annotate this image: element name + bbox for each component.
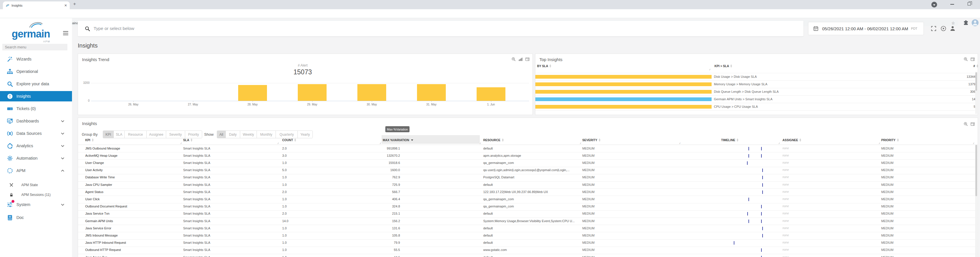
column-header-priority[interactable]: PRIORITY: [881, 137, 899, 143]
timeline-event-tick[interactable]: [747, 212, 748, 215]
top-insight-label[interactable]: Disk Usage > Disk Usage SLA: [714, 75, 757, 78]
column-header-kpi-sla[interactable]: KPI > SLA: [714, 64, 732, 68]
timeline-event-tick[interactable]: [748, 154, 749, 158]
sidebar-item-wizards[interactable]: Wizards: [0, 54, 72, 64]
top-insight-bar[interactable]: [535, 97, 711, 101]
column-resize-handle[interactable]: //: [278, 142, 278, 145]
browser-profile-avatar[interactable]: [972, 19, 978, 26]
group-by-kpi[interactable]: KPI: [103, 131, 114, 138]
trend-bar-30-May[interactable]: [357, 84, 386, 101]
trend-bar-29-May[interactable]: [298, 84, 326, 101]
extensions-puzzle-icon[interactable]: [963, 20, 969, 26]
group-by-assignee[interactable]: Assignee: [146, 131, 166, 138]
column-header-kpi[interactable]: KPI: [85, 137, 94, 143]
show-weekly[interactable]: Weekly: [240, 131, 257, 138]
user-icon[interactable]: [950, 26, 956, 31]
column-resize-handle[interactable]: //: [679, 142, 680, 145]
show-monthly[interactable]: Monthly: [257, 131, 276, 138]
window-minimize-button[interactable]: [950, 4, 954, 5]
column-resize-handle[interactable]: //: [709, 68, 710, 71]
top-insight-bar[interactable]: [535, 75, 711, 79]
column-header-assignee[interactable]: ASSIGNEE: [783, 137, 801, 143]
sidebar-item-tickets-0[interactable]: Tickets (0): [0, 104, 72, 114]
zoom-in-icon[interactable]: [964, 122, 968, 126]
column-resize-handle[interactable]: //: [973, 142, 974, 145]
top-insights-scrollbar[interactable]: [975, 72, 977, 114]
sidebar-item-operational[interactable]: Operational: [0, 66, 72, 77]
bookmark-star-icon[interactable]: ☆: [951, 21, 955, 26]
timeline-event-tick[interactable]: [761, 220, 762, 223]
trend-bar-31-May[interactable]: [417, 84, 446, 101]
column-header-max-variation[interactable]: MAX %VARIATION: [383, 137, 413, 143]
timeline-event-tick[interactable]: [761, 154, 762, 158]
global-search-bar[interactable]: [78, 21, 803, 36]
column-resize-handle[interactable]: //: [181, 142, 181, 145]
global-search-input[interactable]: [94, 26, 803, 31]
hamburger-menu-icon[interactable]: [63, 31, 68, 36]
top-insight-bar[interactable]: [535, 82, 711, 86]
column-resize-handle[interactable]: //: [879, 142, 880, 145]
column-header-count[interactable]: #: [974, 64, 978, 68]
column-resize-handle[interactable]: //: [480, 142, 480, 145]
timeline-event-tick[interactable]: [761, 212, 762, 215]
trend-bar-1-Jun[interactable]: [477, 87, 505, 101]
play-icon[interactable]: [940, 26, 946, 31]
column-resize-handle[interactable]: //: [580, 142, 581, 145]
top-insight-bar[interactable]: [535, 105, 711, 109]
date-range-picker[interactable]: 05/26/2021 12:00 AM - 06/02/2021 12:00 A…: [808, 22, 924, 35]
top-insight-label[interactable]: Germain APM Units > Smart Insights SLA: [714, 97, 772, 101]
show-daily[interactable]: Daily: [226, 131, 240, 138]
window-icon[interactable]: [525, 57, 530, 61]
window-icon[interactable]: [970, 57, 975, 61]
group-by-resource[interactable]: Resource: [125, 131, 146, 138]
top-insight-label[interactable]: Disk Queue Length > Disk Queue Length SL…: [714, 90, 779, 93]
timeline-event-tick[interactable]: [747, 161, 748, 165]
column-header-severity[interactable]: SEVERITY: [582, 137, 600, 143]
sidebar-item-apm[interactable]: APM: [0, 165, 72, 176]
top-insight-label[interactable]: Memory Usage > Memory Usage SLA: [714, 82, 767, 86]
timeline-event-tick[interactable]: [734, 241, 734, 244]
fullscreen-icon[interactable]: [931, 26, 937, 31]
new-tab-button[interactable]: +: [73, 1, 76, 7]
timeline-event-tick[interactable]: [762, 169, 763, 172]
browser-tab[interactable]: Insights ✕: [3, 2, 70, 9]
sidebar-search-input[interactable]: [2, 44, 67, 50]
zoom-in-icon[interactable]: [511, 57, 516, 61]
timeline-event-tick[interactable]: [762, 183, 763, 187]
timeline-event-tick[interactable]: [748, 198, 749, 201]
column-header-sla[interactable]: SLA: [183, 137, 192, 143]
timeline-event-tick[interactable]: [761, 248, 762, 252]
window-restore-button[interactable]: [967, 2, 971, 5]
sidebar-item-apm-state[interactable]: APM State: [0, 180, 72, 190]
sidebar-item-data-sources[interactable]: Data Sources: [0, 128, 72, 139]
show-yearly[interactable]: Yearly: [298, 131, 312, 138]
column-header-timeline[interactable]: TIMELINE: [721, 137, 738, 143]
top-insight-label[interactable]: CPU Usage > CPU Usage SLA: [714, 105, 758, 109]
timeline-event-tick[interactable]: [761, 147, 762, 150]
column-resize-handle[interactable]: //: [779, 142, 779, 145]
group-by-sla[interactable]: SLA: [114, 131, 125, 138]
timeline-event-tick[interactable]: [761, 205, 762, 208]
timeline-event-tick[interactable]: [762, 190, 763, 194]
sidebar-item-apm-sessions-11[interactable]: APM Sessions (11): [0, 190, 72, 200]
column-header-by-sla[interactable]: BY SLA: [537, 64, 551, 68]
sidebar-item-doc[interactable]: Doc: [0, 212, 72, 223]
timeline-event-tick[interactable]: [761, 256, 762, 257]
zoom-in-icon[interactable]: [964, 57, 968, 61]
trend-bar-28-May[interactable]: [238, 85, 267, 101]
bar-chart-icon[interactable]: [519, 57, 523, 61]
window-icon[interactable]: [970, 122, 975, 126]
timeline-event-tick[interactable]: [748, 220, 749, 223]
sidebar-item-insights[interactable]: Insights: [0, 91, 72, 101]
timeline-event-tick[interactable]: [762, 234, 763, 238]
column-header-resource[interactable]: RESOURCE: [483, 137, 504, 143]
tab-close-icon[interactable]: ✕: [64, 3, 67, 8]
browser-menu-icon[interactable]: [931, 2, 937, 8]
table-scrollbar[interactable]: [975, 145, 977, 257]
timeline-event-tick[interactable]: [762, 227, 763, 230]
top-insight-bar[interactable]: [535, 90, 711, 94]
sidebar-item-automation[interactable]: Automation: [0, 153, 72, 163]
sidebar-item-analytics[interactable]: Analytics: [0, 140, 72, 151]
sidebar-item-system[interactable]: System: [0, 200, 72, 210]
column-header-count[interactable]: COUNT: [282, 137, 296, 143]
